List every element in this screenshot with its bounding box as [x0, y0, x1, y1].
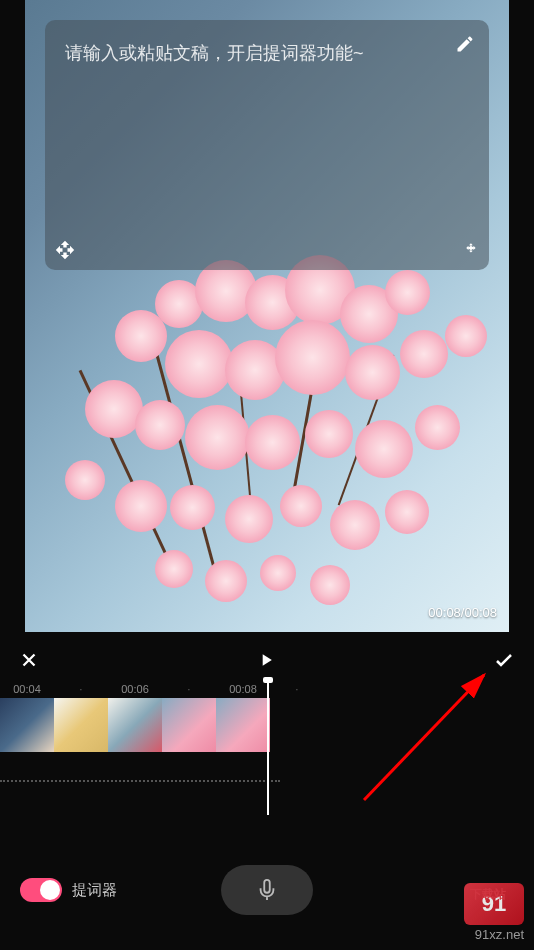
tick-dot: · — [162, 684, 216, 695]
clip-thumbnail[interactable] — [216, 698, 270, 752]
playhead[interactable] — [267, 680, 269, 815]
tick-dot: · — [270, 684, 324, 695]
time-display: 00:08/00:08 — [428, 605, 497, 620]
bottom-bar: 提词器 — [0, 860, 534, 920]
toggle-label: 提词器 — [72, 881, 117, 900]
tick-label: 00:06 — [108, 683, 162, 695]
watermark-logo: 下载站 91 — [464, 883, 524, 925]
play-button[interactable] — [256, 650, 276, 670]
confirm-button[interactable] — [492, 648, 516, 672]
close-button[interactable] — [18, 649, 40, 671]
clip-thumbnail[interactable] — [162, 698, 216, 752]
watermark-url: 91xz.net — [475, 927, 524, 942]
watermark: 下载站 91 91xz.net — [464, 883, 524, 942]
timeline[interactable]: 00:04 · 00:06 · 00:08 · — [0, 680, 534, 820]
tick-label: 00:08 — [216, 683, 270, 695]
clip-thumbnail[interactable] — [54, 698, 108, 752]
teleprompter-panel[interactable]: 请输入或粘贴文稿，开启提词器功能~ — [45, 20, 489, 270]
edit-icon[interactable] — [455, 34, 475, 54]
move-icon[interactable] — [55, 240, 75, 260]
clip-thumbnail[interactable] — [108, 698, 162, 752]
teleprompter-toggle-wrapper: 提词器 — [20, 878, 117, 902]
teleprompter-placeholder: 请输入或粘贴文稿，开启提词器功能~ — [65, 40, 469, 67]
tick-dot: · — [54, 684, 108, 695]
record-button[interactable] — [221, 865, 313, 915]
resize-icon[interactable] — [463, 240, 479, 260]
tick-label: 00:04 — [0, 683, 54, 695]
controls-bar — [0, 640, 534, 680]
video-preview: 请输入或粘贴文稿，开启提词器功能~ 00:08/00:08 — [25, 0, 509, 632]
clip-thumbnail[interactable] — [0, 698, 54, 752]
audio-track[interactable] — [0, 780, 280, 784]
teleprompter-toggle[interactable] — [20, 878, 62, 902]
